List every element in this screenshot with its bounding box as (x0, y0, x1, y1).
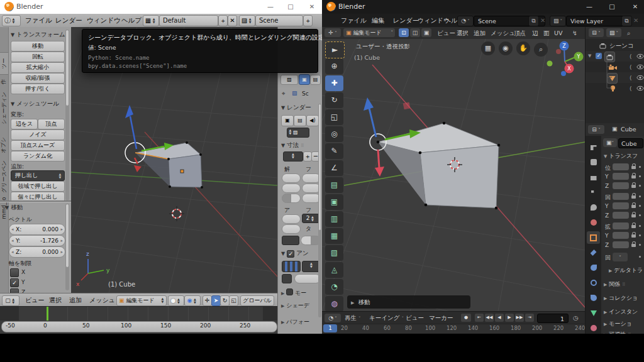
motionblur-panel-header[interactable]: ▶ モー (281, 288, 306, 297)
lock-icon[interactable] (631, 205, 636, 208)
instancing-panel[interactable]: ▶ インスタン (604, 308, 638, 316)
properties-editor-type-button[interactable]: ⊟ ˅ (588, 125, 604, 134)
smooth-vertex-button[interactable]: 頂点スムーズ (11, 140, 65, 151)
rot-x-slider[interactable] (613, 193, 629, 200)
eye-icon[interactable] (635, 62, 644, 72)
axis-y-checkbox[interactable]: ✓ (10, 278, 19, 287)
tab-options[interactable]: オプシ (0, 133, 8, 158)
menu-view[interactable]: ビュー (437, 27, 455, 39)
mesh-tools-panel-header[interactable]: ▼ メッシュツール (11, 100, 59, 108)
rotate-button[interactable]: 回転 (11, 52, 65, 62)
transform-panel-header[interactable]: ▼ トランスフォーム (11, 31, 65, 39)
tab-object-data[interactable] (587, 307, 600, 319)
move-z-field[interactable]: ◂Z:0.000▸ (9, 246, 65, 258)
scene-collection-row[interactable]: シーンコ (586, 40, 644, 51)
menu-add[interactable]: 追加 (69, 293, 82, 307)
vertex-slide-button[interactable]: 頂点 (38, 119, 65, 129)
manipulator-rotate-button[interactable]: ↻ (220, 295, 230, 306)
eye-icon[interactable] (635, 84, 644, 93)
navigate-gizmo[interactable]: Z Y X (547, 41, 584, 77)
pan-hand-icon[interactable]: ✋ (516, 41, 530, 55)
mode-dropdown[interactable]: ▣ 編集モード▲▼ (116, 295, 167, 306)
scene-browse-button[interactable]: ◔ ˅ (457, 16, 474, 26)
new-viewlayer-button[interactable]: ⧉ (621, 16, 632, 26)
delete-scene-icon[interactable]: ✕ (540, 14, 545, 27)
tab-render[interactable] (587, 156, 600, 168)
add-layout-button[interactable]: ＋ (218, 15, 228, 26)
axis-z-checkbox[interactable] (10, 288, 19, 293)
tool-extrude[interactable]: ▤ (325, 177, 343, 193)
tab-create[interactable]: 作 (0, 75, 8, 89)
outliner-filter-button[interactable]: ▨ ˅ (606, 28, 621, 37)
border-toggle[interactable] (282, 236, 299, 245)
lock-icon[interactable] (631, 195, 636, 199)
menu-file[interactable]: ファイル (341, 14, 367, 27)
tool-loopcut[interactable]: ▦ (325, 228, 343, 244)
edge-slide-button[interactable]: 辺をス (11, 119, 38, 129)
timeline-scrollbar[interactable]: -50 0 50 100 150 200 250 (1, 321, 277, 332)
close-button[interactable]: ✕ (306, 1, 318, 12)
titlebar[interactable]: Blender — □ ✕ (0, 0, 322, 14)
scale-button[interactable]: 拡大縮小 (11, 62, 65, 73)
loc-y-slider[interactable] (613, 173, 629, 180)
minimize-button[interactable]: — (582, 1, 596, 13)
lock-icon[interactable] (631, 225, 636, 228)
aa-panel-header[interactable]: ▼ ✓ アン (281, 250, 309, 258)
render-audio-button[interactable]: ◀) (306, 115, 319, 126)
prev-keyframe-button[interactable]: ◀◀ (485, 314, 494, 322)
tab-particles[interactable] (587, 261, 600, 274)
tab-world[interactable] (587, 216, 600, 229)
camera-row[interactable]: ( (586, 62, 644, 72)
tab-constraints[interactable] (587, 292, 600, 304)
collections-panel[interactable]: ▶ コレクショ (604, 294, 638, 302)
pivot-dropdown[interactable]: ◉▲▼ (184, 295, 201, 306)
render-anim-button[interactable]: ▤ (294, 115, 306, 126)
tab-output[interactable] (587, 171, 600, 184)
grid-toggle-icon[interactable]: ▦ (481, 41, 495, 55)
tab-tool[interactable] (587, 141, 600, 153)
menu-view[interactable]: ビュー (406, 312, 424, 324)
keyframe-dot[interactable] (639, 225, 641, 227)
tool-move[interactable]: ✚ (325, 75, 343, 91)
editor-type-selector[interactable]: ⓘ▲▼ (2, 15, 21, 26)
select-mode-edge-button[interactable]: ◫ (410, 28, 420, 37)
orientation-dropdown[interactable]: グローバル (240, 295, 274, 306)
move-x-field[interactable]: ◂X:0.000▸ (9, 224, 65, 235)
scene-browse-button[interactable]: ▨▲▼ (239, 15, 255, 26)
aa-checkbox[interactable]: ✓ (287, 250, 294, 258)
tool-scale[interactable]: ◱ (325, 109, 343, 125)
aa-samples-buttons[interactable] (282, 261, 301, 272)
loc-x-slider[interactable] (613, 163, 629, 170)
manipulator-translate-button[interactable]: ➤ (211, 295, 221, 306)
rot-y-slider[interactable] (613, 202, 629, 209)
close-button[interactable]: ✕ (628, 1, 642, 13)
cube-object-row[interactable]: ( (586, 72, 644, 83)
menu-keying[interactable]: キーイング ˅ (369, 312, 404, 324)
performance-panel-header[interactable]: ▶ パフォー (281, 318, 309, 326)
timeline[interactable]: -50 0 50 100 150 200 250 (0, 306, 277, 334)
push-pull-button[interactable]: 押す/引く (11, 84, 65, 94)
next-keyframe-button[interactable]: ▶▶ (515, 314, 524, 322)
titlebar[interactable]: Blender — □ ✕ (322, 0, 644, 14)
lock-icon[interactable] (631, 175, 636, 178)
keyframe-dot[interactable] (639, 244, 641, 246)
keyframe-dot[interactable] (639, 205, 641, 207)
new-scene-button[interactable]: ⧉ (528, 16, 539, 26)
preset-add-button[interactable]: ＋ (303, 151, 312, 162)
aspect-y-slider[interactable] (282, 224, 301, 234)
maximize-button[interactable]: □ (605, 1, 619, 13)
menu-help[interactable]: ヘル (445, 14, 457, 27)
res-percent-slider[interactable] (282, 194, 301, 203)
menu-select[interactable]: 選択 (49, 293, 62, 307)
zoom-icon[interactable]: ⌕ (534, 43, 548, 57)
delete-viewlayer-icon[interactable]: ✕ (633, 14, 638, 27)
eye-icon[interactable] (635, 73, 644, 82)
select-mode-face-button[interactable]: ▣ (421, 28, 431, 37)
scene-tab-icon[interactable]: ▤ (310, 75, 321, 85)
keyframe-dot[interactable] (639, 256, 641, 258)
search-icon[interactable]: ⌕ (627, 27, 630, 39)
menu-file[interactable]: ファイル (25, 14, 52, 27)
noise-button[interactable]: ノイズ (11, 129, 65, 140)
tool-rotate[interactable]: ↻ (325, 92, 343, 108)
tab-object[interactable] (587, 231, 600, 244)
